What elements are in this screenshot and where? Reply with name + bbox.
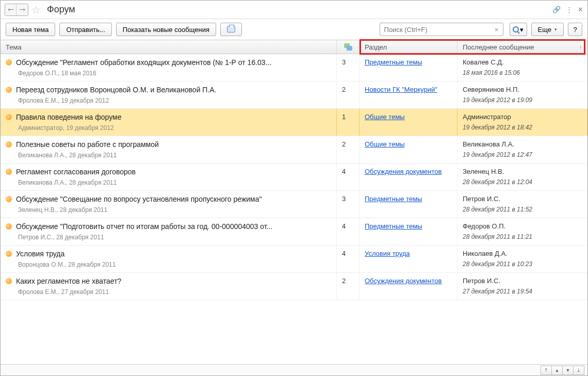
last-author: Федоров О.П. [463,222,582,230]
cell-section: Общие темы [360,109,458,136]
topic-meta: Воронцова О.М., 28 декабря 2011 [6,261,331,268]
new-topic-button[interactable]: Новая тема [6,23,55,36]
section-link[interactable]: Обсуждения документов [365,168,442,175]
section-link[interactable]: Обсуждения документов [365,277,442,285]
last-author: Ковалев С.Д. [463,58,582,66]
forward-button[interactable]: 🡒 [17,4,28,15]
last-date: 28 декабря 2011 в 12:04 [463,178,582,186]
search-icon [513,26,519,32]
link-icon[interactable]: 🔗 [552,6,561,13]
cell-count: 1 [337,109,360,136]
status-dot-icon [6,169,12,175]
close-icon[interactable]: ✕ [578,6,583,13]
scroll-top-button[interactable]: ⤒ [541,366,552,375]
topic-title[interactable]: Переезд сотрудников Воронцовой О.М. и Ве… [16,86,217,94]
scroll-down-button[interactable]: ▼ [562,366,574,375]
last-date: 19 декабря 2012 в 18:42 [463,124,582,131]
print-button[interactable] [220,23,242,36]
titlebar: 🡐 🡒 ☆ Форум 🔗 ⋮ ✕ [1,1,587,19]
table-row[interactable]: Обсуждение "Совещание по вопросу установ… [1,191,587,218]
last-author: Администратор [463,113,582,121]
sort-asc-icon: ↑ [579,44,582,50]
topic-title[interactable]: Обсуждение "Подготовить отчет по итогам … [16,222,272,231]
cell-count: 4 [337,246,360,272]
favorite-star-icon[interactable]: ☆ [31,4,41,16]
section-link[interactable]: Предметные темы [365,222,422,230]
section-link[interactable]: Условия труда [365,250,410,257]
table-row[interactable]: Обсуждение "Подготовить отчет по итогам … [1,218,587,246]
section-link[interactable]: Предметные темы [365,195,422,203]
scroll-bottom-button[interactable]: ⤓ [573,366,584,375]
topic-title[interactable]: Регламент согласования договоров [16,168,136,176]
cell-last: Администратор19 декабря 2012 в 18:42 [458,109,587,136]
last-date: 28 декабря 2011 в 10:23 [463,260,582,268]
col-topic[interactable]: Тема [1,40,337,54]
printer-icon [227,26,235,32]
col-replies-icon[interactable] [337,40,360,54]
cell-last: Петров И.С.27 декабря 2011 в 19:54 [458,273,587,300]
section-link[interactable]: Общие темы [365,140,405,148]
col-section[interactable]: Раздел [360,40,458,54]
status-dot-icon [6,59,12,66]
cell-section: Предметные темы [360,191,458,218]
cell-section: Предметные темы [360,54,458,81]
status-dot-icon [6,196,12,202]
send-button[interactable]: Отправить... [59,23,111,36]
cell-topic: Каких регламентов не хватает?Фролова Е.М… [1,273,337,300]
last-date: 18 мая 2016 в 15:06 [463,69,582,76]
cell-topic: Правила поведения на форумеАдминистратор… [1,109,337,136]
kebab-menu-icon[interactable]: ⋮ [566,6,573,13]
cell-last: Федоров О.П.28 декабря 2011 в 11:21 [458,218,587,245]
table-row[interactable]: Регламент согласования договоровВеликано… [1,164,587,191]
status-dot-icon [6,251,12,257]
last-date: 19 декабря 2012 в 12:47 [463,151,582,158]
search-clear-icon[interactable]: × [492,26,501,34]
table-row[interactable]: Правила поведения на форумеАдминистратор… [1,109,587,136]
search-input[interactable] [380,23,503,36]
cell-section: Условия труда [360,246,458,272]
topic-title[interactable]: Обсуждение "Регламент обработки входящих… [16,58,271,67]
table-row[interactable]: Условия трудаВоронцова О.М., 28 декабря … [1,246,587,273]
topic-title[interactable]: Правила поведения на форуме [16,113,121,121]
page-title: Форум [47,4,75,15]
topic-title[interactable]: Полезные советы по работе с программой [16,140,159,149]
cell-topic: Обсуждение "Совещание по вопросу установ… [1,191,337,218]
search-wrap: × [380,23,501,36]
status-dot-icon [6,87,12,93]
cell-topic: Полезные советы по работе с программойВе… [1,136,337,163]
help-button[interactable]: ? [568,23,582,36]
topic-title[interactable]: Каких регламентов не хватает? [16,277,121,285]
topic-title[interactable]: Обсуждение "Совещание по вопросу установ… [16,195,262,203]
topic-title[interactable]: Условия труда [16,250,64,258]
toolbar: Новая тема Отправить... Показать новые с… [1,19,587,40]
table-row[interactable]: Полезные советы по работе с программойВе… [1,136,587,164]
last-author: Зеленец Н.В. [463,168,582,175]
col-last-message[interactable]: Последнее сообщение↑ [458,40,587,54]
section-link[interactable]: Новости ГК "Меркурий" [365,86,437,93]
table-row[interactable]: Переезд сотрудников Воронцовой О.М. и Ве… [1,81,587,109]
last-date: 28 декабря 2011 в 11:21 [463,233,582,240]
cell-topic: Переезд сотрудников Воронцовой О.М. и Ве… [1,81,337,108]
table-row[interactable]: Обсуждение "Регламент обработки входящих… [1,54,587,81]
status-dot-icon [6,114,12,120]
show-new-button[interactable]: Показать новые сообщения [116,23,216,36]
cell-last: Великанова Л.А.19 декабря 2012 в 12:47 [458,136,587,163]
topic-meta: Петров И.С., 28 декабря 2011 [6,234,331,241]
section-link[interactable]: Предметные темы [365,58,422,66]
topic-meta: Великанова Л.А., 28 декабря 2011 [6,179,331,186]
more-button[interactable]: Еще▾ [531,23,564,36]
section-link[interactable]: Общие темы [365,113,405,121]
cell-topic: Обсуждение "Регламент обработки входящих… [1,54,337,81]
rows-container: Обсуждение "Регламент обработки входящих… [1,54,587,364]
last-author: Петров И.С. [463,195,582,203]
topic-meta: Администратор, 19 декабря 2012 [6,124,331,132]
cell-last: Николаев Д.А.28 декабря 2011 в 10:23 [458,246,587,272]
search-button[interactable]: ▾ [510,23,527,36]
table-row[interactable]: Каких регламентов не хватает?Фролова Е.М… [1,273,587,300]
cell-last: Зеленец Н.В.28 декабря 2011 в 12:04 [458,164,587,190]
back-button[interactable]: 🡐 [5,4,17,15]
cell-count: 4 [337,218,360,245]
table-header: Тема Раздел Последнее сообщение↑ [1,40,587,54]
cell-section: Новости ГК "Меркурий" [360,81,458,108]
scroll-up-button[interactable]: ▲ [551,366,563,375]
